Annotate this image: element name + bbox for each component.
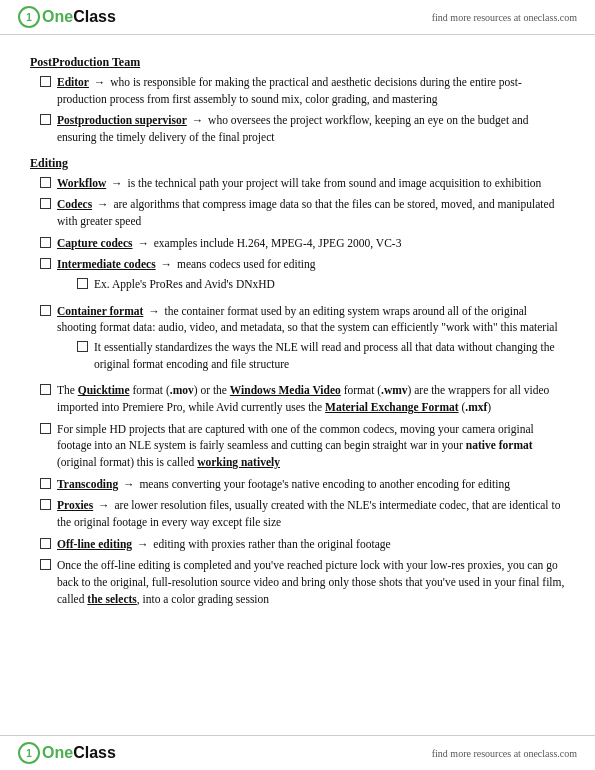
checkbox-icon (40, 538, 51, 549)
checkbox-icon (40, 499, 51, 510)
list-item: The Quicktime format (.mov) or the Windo… (30, 382, 565, 415)
checkbox-icon (40, 478, 51, 489)
checkbox-icon (40, 114, 51, 125)
sub-list: It essentially standardizes the ways the… (57, 339, 565, 372)
checkbox-icon (40, 384, 51, 395)
svg-text:1: 1 (26, 748, 32, 759)
checkbox-icon (40, 559, 51, 570)
list-item: Once the off-line editing is completed a… (30, 557, 565, 607)
list-item: Proxies → are lower resolution files, us… (30, 497, 565, 530)
list-item: Editor → who is responsible for making t… (30, 74, 565, 107)
list-item: Container format → the container format … (30, 303, 565, 378)
postproduction-list: Editor → who is responsible for making t… (30, 74, 565, 146)
list-item: Workflow → is the technical path your pr… (30, 175, 565, 192)
main-content: PostProduction Team Editor → who is resp… (0, 35, 595, 662)
page-header: 1 OneClass find more resources at onecla… (0, 0, 595, 35)
checkbox-icon (40, 258, 51, 269)
footer-logo-icon: 1 (18, 742, 40, 764)
checkbox-icon (77, 341, 88, 352)
checkbox-icon (40, 177, 51, 188)
checkbox-icon (40, 305, 51, 316)
list-item: For simple HD projects that are captured… (30, 421, 565, 471)
checkbox-icon (40, 423, 51, 434)
list-item: Off-line editing → editing with proxies … (30, 536, 565, 553)
list-item: Capture codecs → examples include H.264,… (30, 235, 565, 252)
checkbox-icon (40, 237, 51, 248)
list-item: Transcoding → means converting your foot… (30, 476, 565, 493)
editing-list: Workflow → is the technical path your pr… (30, 175, 565, 608)
section-postproduction-heading: PostProduction Team (30, 55, 565, 70)
header-logo: 1 OneClass (18, 6, 116, 28)
section-editing-heading: Editing (30, 156, 565, 171)
checkbox-icon (40, 198, 51, 209)
checkbox-icon (77, 278, 88, 289)
footer-logo: 1 OneClass (18, 742, 116, 764)
list-item: Codecs → are algorithms that compress im… (30, 196, 565, 229)
logo-icon: 1 (18, 6, 40, 28)
footer-tagline: find more resources at oneclass.com (432, 748, 577, 759)
checkbox-icon (40, 76, 51, 87)
sub-list: Ex. Apple's ProRes and Avid's DNxHD (57, 276, 565, 293)
list-item: Postproduction supervisor → who oversees… (30, 112, 565, 145)
list-item: Intermediate codecs → means codecs used … (30, 256, 565, 297)
page-footer: 1 OneClass find more resources at onecla… (0, 735, 595, 770)
header-tagline: find more resources at oneclass.com (432, 12, 577, 23)
list-item: Ex. Apple's ProRes and Avid's DNxHD (77, 276, 565, 293)
svg-text:1: 1 (26, 12, 32, 23)
list-item: It essentially standardizes the ways the… (77, 339, 565, 372)
